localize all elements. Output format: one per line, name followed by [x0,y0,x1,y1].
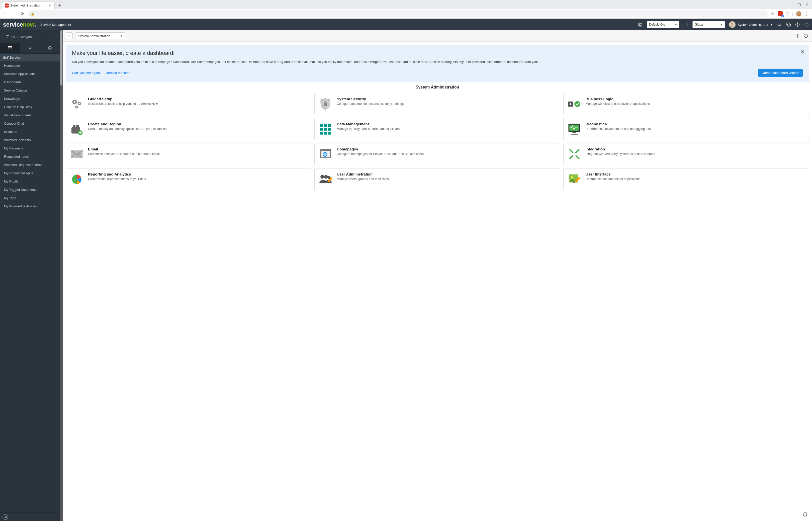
nav-item[interactable]: My Connected Apps [0,169,60,177]
collapse-nav-icon[interactable]: ◀ [2,514,8,520]
back-icon[interactable]: ← [2,11,8,17]
nav-item[interactable]: My Tags [0,194,60,202]
browser-tab-active[interactable]: now System Administration | ServiceN ✕ [2,1,55,9]
monitor-pulse-icon [567,122,582,136]
card[interactable]: System SecurityConfigure and monitor ins… [315,93,560,115]
users-pencil-icon [318,172,333,186]
nav-item[interactable]: Knowledge [0,94,60,103]
svg-point-48 [323,150,323,150]
filter-navigator-input[interactable]: Filter navigator [2,33,57,40]
update-set-label: Default [Glo [649,23,673,26]
forward-icon[interactable]: → [10,11,17,17]
new-tab-button[interactable]: + [56,2,63,9]
nav-item[interactable]: Dashboards [0,78,60,86]
close-icon[interactable]: ✕ [800,49,805,55]
header-subtitle: Service Management [40,23,71,27]
nav-item[interactable]: Watched Requested Items [0,161,60,169]
svg-rect-0 [639,23,642,26]
card-desc: Configure homepages for Service Desk and… [337,152,424,156]
add-content-button[interactable]: + [66,32,73,39]
nav-item[interactable]: Help the Help Desk [0,103,60,111]
nav-item[interactable]: Watched Incidents [0,136,60,144]
nav-item[interactable]: My Profile [0,177,60,185]
card-title: User Administration [337,172,389,176]
nav-tab-all[interactable] [0,43,20,53]
update-set-icon[interactable] [638,22,643,27]
help-icon[interactable] [795,22,800,27]
nav-item[interactable]: My Tagged Documents [0,185,60,194]
card[interactable]: HomepagesConfigure homepages for Service… [315,143,560,165]
nav-list: HomepageBusiness ApplicationsDashboardsS… [0,62,60,512]
close-window-icon[interactable]: ✕ [806,2,809,6]
svg-rect-37 [320,132,323,135]
card[interactable]: Reporting and AnalyticsCreate visual rep… [66,168,311,190]
scrollbar-thumb[interactable] [61,30,63,86]
card-title: User Interface [586,172,641,176]
card-desc: Customize behavior of inbound and outbou… [88,152,160,156]
page-picker[interactable]: System Administration ▼ [75,32,125,39]
svg-rect-42 [572,132,576,133]
scrollbar-track[interactable] [60,30,63,521]
browser-menu-icon[interactable]: ⋮ [805,11,809,17]
create-dashboard-button[interactable]: Create dashboard version [758,69,803,77]
card[interactable]: EmailCustomize behavior of inbound and o… [66,143,311,165]
app-scope-label: Global [695,23,718,26]
nav-item[interactable]: My Requests [0,144,60,153]
user-avatar-icon [729,21,736,28]
svg-point-21 [79,103,80,104]
minimize-icon[interactable]: — [790,2,793,6]
lock-icon: 🔒 [30,12,34,16]
nav-item[interactable]: Homepage [0,62,60,70]
search-icon[interactable] [777,22,782,27]
svg-point-55 [571,176,573,178]
omnibox[interactable]: 🔒 [28,10,768,17]
card[interactable]: Data ManagementManage the way data is st… [315,118,560,140]
card[interactable]: IntegrationIntegrate with 3rd-party syst… [563,143,809,165]
profile-avatar-icon[interactable] [796,11,802,17]
chat-icon[interactable] [786,22,791,27]
nav-item[interactable]: Visual Task Boards [0,111,60,119]
servicenow-logo[interactable]: servicenow® [3,21,36,28]
card[interactable]: Business LogicManage workflow and behavi… [563,93,809,115]
nav-item[interactable]: Connect Chat [0,119,60,128]
app-scope-icon[interactable] [683,22,689,27]
card[interactable]: User AdministrationManage users, groups … [315,168,560,190]
dont-ask-link[interactable]: Don't ask me again [72,71,100,75]
reload-icon[interactable]: ⟳ [19,11,25,17]
gear-icon[interactable] [794,33,801,39]
refresh-icon[interactable] [803,33,809,39]
maximize-icon[interactable]: ▢ [798,2,801,6]
card-desc: Control the look and feel of application… [586,177,641,182]
card[interactable]: DiagnosticsPerformance, development and … [563,118,809,140]
nav-tab-favorites[interactable]: ★ [20,43,40,53]
nav-item[interactable]: Incidents [0,128,60,136]
card-title: Email [88,147,160,151]
update-set-picker[interactable]: Default [Glo ▼ [647,21,679,28]
stopwatch-icon[interactable] [803,512,808,517]
nav-tab-history[interactable] [40,43,60,53]
card[interactable]: User InterfaceControl the look and feel … [563,168,809,190]
tab-close-icon[interactable]: ✕ [48,3,52,7]
card[interactable]: Guided SetupGuided Setup tools to help y… [66,93,311,115]
nav-item[interactable]: My Knowledge Articles [0,202,60,210]
card-desc: Performance, development and debugging t… [586,127,652,131]
nav-item[interactable]: Requested Items [0,153,60,161]
nav-item[interactable]: Service Catalog [0,86,60,94]
remind-later-link[interactable]: Remind me later [106,71,130,75]
extension-icon[interactable]: 1 [778,11,783,16]
nav-item[interactable]: Business Applications [0,70,60,78]
nav-section-header[interactable]: Self-Service [0,54,60,62]
banner-body: Did you know you can create a dashboard … [72,60,773,64]
star-icon[interactable]: ☆ [771,11,775,17]
banner-title: Make your life easier, create a dashboar… [72,50,803,56]
card[interactable]: Create and DeployCreate, modify and depl… [66,118,311,140]
leftnav-footer: ◀ [0,512,60,521]
svg-rect-24 [324,103,327,106]
left-navigator: Filter navigator ★ Self-Service Homepage… [0,30,60,521]
card-title: Reporting and Analytics [88,172,146,176]
user-menu[interactable]: System Administrator ▼ [729,21,773,28]
gear-icon[interactable] [804,22,809,27]
pie-chart-icon [69,172,84,186]
svg-rect-1 [640,24,642,26]
app-scope-picker[interactable]: Global ▼ [692,21,725,28]
